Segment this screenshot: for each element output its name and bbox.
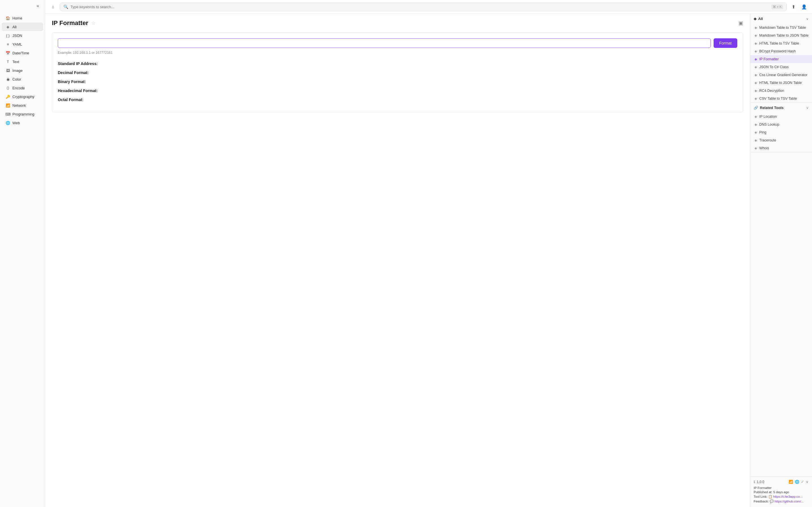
- panel-item-icon: ◈: [754, 115, 758, 119]
- all-panel-item[interactable]: ◈ IP Formatter: [750, 55, 812, 63]
- sidebar-item-home[interactable]: 🏠 Home: [2, 14, 43, 22]
- related-panel-item[interactable]: ◈ DNS Lookup: [750, 121, 812, 128]
- format-button[interactable]: Format: [714, 38, 737, 48]
- sidebar-item-label: Cryptography: [12, 95, 35, 99]
- all-panel-item[interactable]: ◈ Markdown Table to JSON Table: [750, 32, 812, 40]
- sidebar-item-label: Web: [12, 121, 20, 125]
- panel-item-label: Css Linear Gradient Generator: [759, 73, 808, 77]
- all-panel-item[interactable]: ◈ Markdown Table to TSV Table: [750, 24, 812, 32]
- all-panel-item[interactable]: ◈ JSON To C# Class: [750, 63, 812, 71]
- panel-item-icon: ◈: [754, 81, 758, 85]
- result-label: Octal Format:: [58, 98, 84, 102]
- user-button[interactable]: 👤: [800, 2, 809, 11]
- encode-icon: ⟨⟩: [6, 86, 10, 90]
- network-icon: 📶: [6, 103, 10, 108]
- all-section-header[interactable]: ◈ All ∨: [750, 14, 812, 24]
- sidebar-toggle[interactable]: «: [37, 3, 39, 8]
- sidebar-item-yaml[interactable]: ≡ YAML: [2, 40, 43, 48]
- datetime-icon: 📅: [6, 51, 10, 55]
- panel-item-label: Whois: [759, 146, 769, 150]
- related-icon: 🔗: [754, 106, 758, 110]
- all-panel-item[interactable]: ◈ BCrypt Password Hash: [750, 47, 812, 55]
- result-row: Standard IP Address:: [58, 61, 737, 66]
- all-panel-item[interactable]: ◈ Css Linear Gradient Generator: [750, 71, 812, 79]
- center-content: IP Formatter ☆ ▣ Format Example: 192.168…: [45, 14, 750, 507]
- panel-item-label: RC4 Decryption: [759, 89, 784, 93]
- sidebar-item-color[interactable]: ◉ Color: [2, 75, 43, 83]
- all-panel-item[interactable]: ◈ CSV Table to TSV Table: [750, 95, 812, 103]
- yaml-icon: ≡: [6, 42, 10, 47]
- sidebar-item-programming[interactable]: ⌨ Programming: [2, 110, 43, 118]
- feedback-icon: 💬: [770, 500, 774, 503]
- all-chevron-icon: ∨: [806, 17, 809, 21]
- home-icon: 🏠: [6, 16, 10, 20]
- panel-item-label: Ping: [759, 130, 766, 134]
- related-items-list: ◈ IP Location ◈ DNS Lookup ◈ Ping ◈ Trac…: [750, 113, 812, 152]
- sidebar-item-label: YAML: [12, 42, 22, 47]
- example-text: Example: 192.168.1.1 or 167772161: [58, 51, 737, 55]
- search-input[interactable]: [70, 5, 769, 9]
- sidebar-item-network[interactable]: 📶 Network: [2, 101, 43, 110]
- check-icon: ✓: [801, 480, 804, 484]
- panel-item-label: IP Formatter: [759, 57, 779, 61]
- sidebar-item-text[interactable]: T Text: [2, 57, 43, 66]
- right-panel: ◈ All ∨ ◈ Markdown Table to TSV Table ◈ …: [750, 14, 812, 507]
- all-panel-item[interactable]: ◈ HTML Table to TSV Table: [750, 40, 812, 47]
- panel-item-icon: ◈: [754, 25, 758, 30]
- topbar: ⌂ 🔍 ⌘ + K ⬆ 👤: [45, 0, 812, 14]
- sidebar-item-image[interactable]: 🖼 Image: [2, 66, 43, 75]
- search-bar[interactable]: 🔍 ⌘ + K: [60, 3, 786, 11]
- result-row: Hexadecimal Format:: [58, 89, 737, 93]
- home-button[interactable]: ⌂: [49, 2, 57, 11]
- json-icon: { }: [6, 33, 10, 38]
- expand-icon[interactable]: ∨: [806, 480, 809, 484]
- layout-toggle-icon[interactable]: ▣: [739, 20, 743, 26]
- sidebar-item-encode[interactable]: ⟨⟩ Encode: [2, 83, 43, 92]
- cryptography-icon: 🔑: [6, 94, 10, 99]
- favorite-icon[interactable]: ☆: [91, 20, 96, 26]
- related-section: 🔗 Related Tools ∨ ◈ IP Location ◈ DNS Lo…: [750, 103, 812, 152]
- all-items-list: ◈ Markdown Table to TSV Table ◈ Markdown…: [750, 24, 812, 103]
- panel-item-icon: ◈: [754, 89, 758, 93]
- sidebar: « 🏠 Home ◈ All { } JSON ≡ YAML 📅 Date/Ti…: [0, 0, 45, 507]
- related-panel-item[interactable]: ◈ Ping: [750, 128, 812, 136]
- sidebar-item-label: Encode: [12, 86, 25, 90]
- panel-item-label: Markdown Table to JSON Table: [759, 34, 809, 38]
- page-title: IP Formatter: [52, 19, 88, 27]
- search-shortcut: ⌘ + K: [771, 4, 783, 9]
- sidebar-item-cryptography[interactable]: 🔑 Cryptography: [2, 93, 43, 101]
- sidebar-item-label: Programming: [12, 112, 35, 116]
- sidebar-item-label: JSON: [12, 34, 22, 38]
- related-panel-item[interactable]: ◈ IP Location: [750, 113, 812, 121]
- result-label: Decimal Format:: [58, 70, 89, 75]
- home-icon: ⌂: [52, 5, 54, 9]
- programming-icon: ⌨: [6, 112, 10, 116]
- published-date: Published at: 5 days ago: [754, 490, 809, 494]
- sidebar-item-label: Color: [12, 77, 21, 81]
- panel-item-label: CSV Table to TSV Table: [759, 97, 797, 101]
- panel-item-icon: ◈: [754, 73, 758, 77]
- panel-item-label: HTML Table to TSV Table: [759, 41, 799, 45]
- tool-name-footer: IP Formatter: [754, 486, 809, 490]
- sidebar-item-datetime[interactable]: 📅 Date/Time: [2, 49, 43, 57]
- sidebar-item-web[interactable]: 🌐 Web: [2, 119, 43, 127]
- result-row: Octal Format:: [58, 98, 737, 102]
- panel-item-label: BCrypt Password Hash: [759, 49, 796, 53]
- related-panel-item[interactable]: ◈ Whois: [750, 144, 812, 152]
- related-section-title: 🔗 Related Tools: [754, 106, 783, 110]
- all-panel-item[interactable]: ◈ HTML Table to JSON Table: [750, 79, 812, 87]
- sidebar-item-label: Text: [12, 60, 19, 64]
- panel-item-label: Traceroute: [759, 138, 776, 142]
- search-icon: 🔍: [63, 4, 68, 9]
- related-section-header[interactable]: 🔗 Related Tools ∨: [750, 103, 812, 113]
- sidebar-item-json[interactable]: { } JSON: [2, 31, 43, 40]
- version-label: 1.0.0: [757, 480, 764, 484]
- ip-input[interactable]: [58, 38, 711, 48]
- related-panel-item[interactable]: ◈ Traceroute: [750, 136, 812, 144]
- feedback-link[interactable]: https://github.com/...: [774, 500, 804, 503]
- sidebar-item-all[interactable]: ◈ All: [2, 22, 43, 31]
- tool-link-icon: 📋: [768, 495, 773, 498]
- tool-link[interactable]: https://t.he3app.co...: [773, 495, 802, 498]
- share-button[interactable]: ⬆: [789, 2, 798, 11]
- all-panel-item[interactable]: ◈ RC4 Decryption: [750, 87, 812, 95]
